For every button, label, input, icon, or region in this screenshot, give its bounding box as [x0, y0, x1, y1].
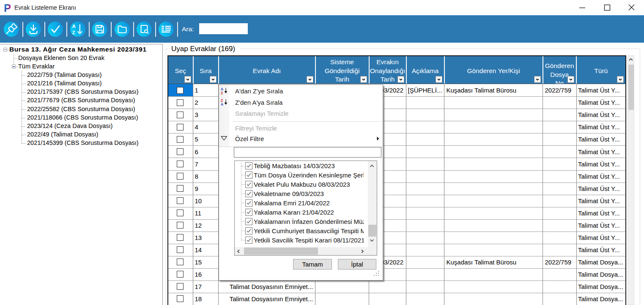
- svg-text:Z: Z: [221, 91, 223, 95]
- svg-text:P: P: [4, 2, 11, 13]
- svg-text:A: A: [72, 24, 75, 29]
- svg-text:A: A: [221, 102, 223, 106]
- svg-text:Z: Z: [72, 30, 75, 35]
